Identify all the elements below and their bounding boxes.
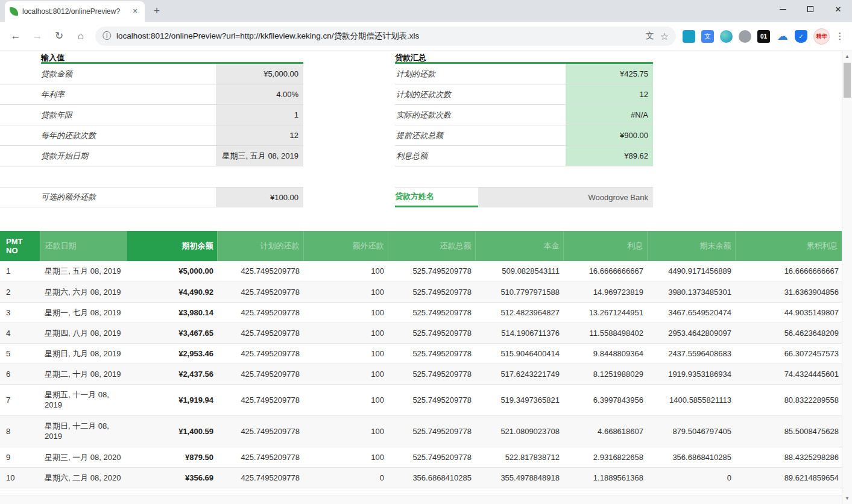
schedule-header-cell: 还款日期	[40, 231, 127, 261]
horizontal-scrollbar[interactable]	[0, 496, 842, 504]
summary-row-label: 计划的还款次数	[395, 84, 566, 104]
schedule-cell: 525.7495209778	[388, 384, 475, 415]
shield-check-extension-icon[interactable]: ✓	[795, 30, 807, 43]
maximize-button[interactable]	[797, 0, 824, 18]
extra-payment-row: 可选的额外还款 ¥100.00	[0, 187, 303, 207]
schedule-row: 1星期三, 五月 08, 2019¥5,000.00425.7495209778…	[0, 261, 842, 282]
schedule-row: 2星期六, 六月 08, 2019¥4,490.92425.7495209778…	[0, 282, 842, 302]
schedule-cell: 2.9316822658	[563, 447, 647, 467]
schedule-cell: 星期三, 一月 08, 2020	[40, 447, 127, 467]
input-row-label: 每年的还款次数	[0, 125, 216, 145]
schedule-header-cell: 额外还款	[303, 231, 388, 261]
schedule-cell: 425.7495209778	[217, 447, 303, 467]
extra-payment-label: 可选的额外还款	[0, 187, 216, 207]
schedule-cell: 44.9035149807	[735, 302, 842, 323]
profile-avatar[interactable]: 精华	[813, 28, 830, 45]
back-icon[interactable]: ←	[7, 28, 24, 45]
url-text[interactable]: localhost:8012/onlinePreview?url=http://…	[116, 31, 640, 42]
schedule-cell: 879.5046797405	[647, 415, 735, 447]
translate-page-icon[interactable]: 文	[646, 31, 654, 42]
input-row-value: 12	[216, 125, 303, 145]
badge-01-extension-icon[interactable]: 01	[757, 30, 770, 43]
schedule-cell: 425.7495209778	[217, 261, 303, 282]
schedule-cell: 星期六, 六月 08, 2019	[40, 282, 127, 302]
spreadsheet-preview: 输入值 贷款金额¥5,000.00年利率4.00%贷款年限1每年的还款次数12贷…	[0, 51, 842, 496]
input-row-value: 1	[216, 105, 303, 125]
input-row: 贷款开始日期星期三, 五月 08, 2019	[0, 146, 303, 166]
schedule-cell: 425.7495209778	[217, 364, 303, 384]
schedule-cell: 星期一, 七月 08, 2019	[40, 302, 127, 323]
minimize-button[interactable]	[769, 0, 797, 18]
schedule-row: 10星期六, 二月 08, 2020¥356.69425.74952097780…	[0, 467, 842, 488]
schedule-cell: 525.7495209778	[388, 282, 475, 302]
schedule-cell: 0	[647, 467, 735, 488]
kkfileview-leaf-favicon-icon	[10, 7, 18, 16]
schedule-cell: 515.9046400414	[475, 343, 563, 364]
schedule-cell: ¥356.69	[127, 467, 217, 488]
schedule-cell: 1.1889561368	[563, 467, 647, 488]
schedule-header-cell: 本金	[475, 231, 563, 261]
schedule-cell: ¥879.50	[127, 447, 217, 467]
active-tab[interactable]: localhost:8012/onlinePreview? ×	[5, 1, 145, 22]
new-tab-button[interactable]: +	[148, 3, 165, 20]
circle-extension-icon[interactable]	[720, 30, 733, 43]
schedule-cell: 100	[303, 384, 388, 415]
scroll-up-icon[interactable]: ▲	[842, 52, 852, 61]
summary-row: 计划的还款次数12	[395, 84, 653, 105]
translate-extension-icon[interactable]: 文	[701, 30, 714, 43]
home-icon[interactable]: ⌂	[72, 28, 89, 45]
tab-close-icon[interactable]: ×	[130, 7, 140, 16]
bookmark-star-icon[interactable]: ☆	[660, 31, 669, 42]
schedule-cell: 100	[303, 364, 388, 384]
cloud-extension-icon[interactable]: ☁	[776, 30, 789, 43]
schedule-cell: ¥2,953.46	[127, 343, 217, 364]
vertical-scrollbar[interactable]: ▲ ▼	[842, 51, 852, 504]
schedule-cell: 66.3072457573	[735, 343, 842, 364]
schedule-cell: 509.0828543111	[475, 261, 563, 282]
browser-toolbar: ← → ↻ ⌂ ⓘ localhost:8012/onlinePreview?u…	[0, 22, 852, 51]
summary-row-label: 实际的还款次数	[395, 105, 566, 125]
input-rows: 贷款金额¥5,000.00年利率4.00%贷款年限1每年的还款次数12贷款开始日…	[0, 64, 303, 166]
schedule-cell: 4.668618607	[563, 415, 647, 447]
tab-strip: localhost:8012/onlinePreview? × + ✕	[0, 0, 852, 22]
amortization-body: 1星期三, 五月 08, 2019¥5,000.00425.7495209778…	[0, 261, 842, 488]
scrollbar-thumb[interactable]	[844, 63, 851, 98]
schedule-cell: 100	[303, 447, 388, 467]
input-section: 输入值 贷款金额¥5,000.00年利率4.00%贷款年限1每年的还款次数12贷…	[0, 52, 303, 207]
schedule-cell: 16.6666666667	[735, 261, 842, 282]
schedule-header-cell: 利息	[563, 231, 647, 261]
schedule-cell: ¥3,980.14	[127, 302, 217, 323]
browser-window: localhost:8012/onlinePreview? × + ✕ ← → …	[0, 0, 852, 504]
schedule-cell: 519.3497365821	[475, 384, 563, 415]
window-close-button[interactable]: ✕	[824, 0, 852, 18]
schedule-row: 3星期一, 七月 08, 2019¥3,980.14425.7495209778…	[0, 302, 842, 323]
schedule-cell: 85.5008475628	[735, 415, 842, 447]
refresh-icon[interactable]: ↻	[51, 28, 68, 45]
schedule-header-cell: PMT NO	[0, 231, 40, 261]
schedule-cell: 74.4324445601	[735, 364, 842, 384]
schedule-cell: 521.0809023708	[475, 415, 563, 447]
schedule-cell: 4	[0, 323, 40, 343]
shield-extension-icon[interactable]	[683, 30, 695, 43]
scroll-down-icon[interactable]: ▼	[842, 494, 852, 503]
summary-section-title: 贷款汇总	[395, 52, 653, 64]
spacer-row	[0, 166, 303, 187]
input-row: 年利率4.00%	[0, 84, 303, 105]
schedule-cell: 425.7495209778	[217, 282, 303, 302]
page-info-icon[interactable]: ⓘ	[103, 31, 111, 42]
address-bar[interactable]: ⓘ localhost:8012/onlinePreview?url=http:…	[95, 27, 676, 46]
schedule-cell: 100	[303, 302, 388, 323]
forward-icon[interactable]: →	[29, 28, 46, 45]
schedule-cell: 星期日, 十二月 08, 2019	[40, 415, 127, 447]
input-row-label: 年利率	[0, 84, 216, 104]
summary-rows: 计划的还款¥425.75计划的还款次数12实际的还款次数#N/A提前还款总额¥9…	[395, 64, 653, 166]
schedule-cell: 525.7495209778	[388, 343, 475, 364]
kebab-menu-icon[interactable]: ⋮	[833, 28, 847, 45]
schedule-cell: 星期三, 五月 08, 2019	[40, 261, 127, 282]
input-section-title: 输入值	[41, 52, 303, 64]
gray-extension-icon[interactable]	[739, 30, 751, 43]
input-row: 贷款年限1	[0, 105, 303, 125]
schedule-cell: 510.7797971588	[475, 282, 563, 302]
schedule-cell: 2	[0, 282, 40, 302]
extra-payment-value: ¥100.00	[216, 187, 303, 207]
